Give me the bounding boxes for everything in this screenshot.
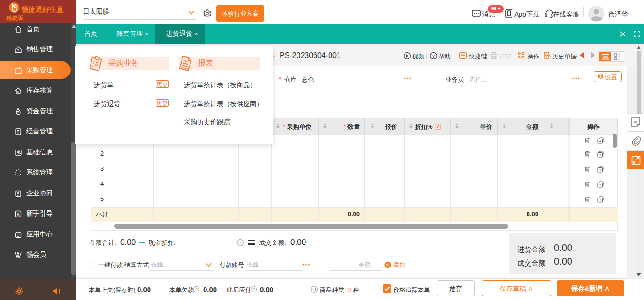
svg-text:?: ? bbox=[195, 288, 198, 292]
svg-text:新: 新 bbox=[17, 212, 20, 217]
svg-text:$: $ bbox=[17, 48, 19, 52]
svg-text:草: 草 bbox=[634, 119, 638, 124]
svg-text:?: ? bbox=[432, 54, 435, 58]
svg-text:?: ? bbox=[239, 240, 241, 245]
svg-text:?: ? bbox=[253, 288, 255, 292]
